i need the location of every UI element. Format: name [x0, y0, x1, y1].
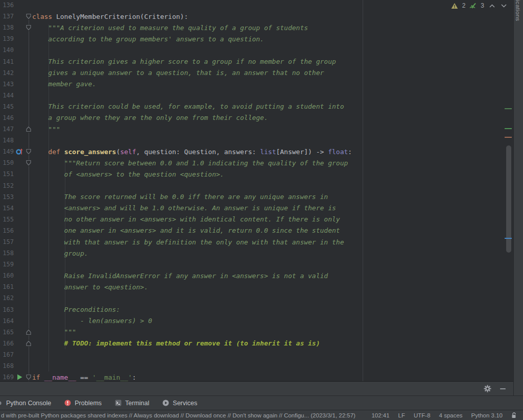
toolwindow-python-console[interactable]: Python Console — [0, 396, 58, 410]
code-text[interactable]: if __name__ == '__main__': — [32, 374, 136, 381]
code-line[interactable]: 146 a group where they are the only one … — [0, 112, 513, 123]
code-text[interactable]: answer to <question>. — [32, 283, 148, 291]
run-gutter-icon[interactable] — [14, 374, 25, 381]
code-text[interactable]: one answer in <answers> and it is valid,… — [32, 227, 340, 234]
code-text[interactable]: """ — [32, 328, 76, 336]
error-stripe-mark[interactable] — [505, 137, 512, 138]
code-line[interactable]: 166 # TODO: implement this method or rem… — [0, 338, 513, 349]
code-text[interactable]: Preconditions: — [32, 306, 120, 313]
code-line[interactable]: 158 group. — [0, 248, 513, 259]
toolwindow-terminal[interactable]: Terminal — [108, 396, 156, 410]
code-text[interactable]: This criterion gives a higher score to a… — [32, 58, 336, 65]
code-line[interactable]: 145 This criterion could be used, for ex… — [0, 101, 513, 112]
error-stripe-mark[interactable] — [505, 108, 512, 109]
inspections-widget[interactable]: 2 3 — [450, 2, 508, 10]
code-line[interactable]: 151 of <answers> to the question <questi… — [0, 168, 513, 180]
code-line[interactable]: 137class LonelyMemberCriterion(Criterion… — [0, 11, 513, 22]
error-stripe-mark[interactable] — [505, 238, 512, 239]
next-problem-button[interactable] — [500, 2, 508, 10]
code-line[interactable]: 161 answer to <question>. — [0, 281, 513, 292]
override-method-gutter-icon[interactable] — [14, 148, 25, 155]
interpreter-widget[interactable]: Python 3.10 — [471, 412, 503, 418]
code-editor[interactable]: 136137class LonelyMemberCriterion(Criter… — [0, 0, 523, 381]
line-number: 144 — [0, 92, 14, 99]
code-text[interactable]: The score returned will be 0.0 iff there… — [32, 193, 328, 201]
fold-start-marker[interactable] — [25, 24, 32, 31]
code-line[interactable]: 162 — [0, 292, 513, 304]
code-line[interactable]: 157 with that answer is by definition th… — [0, 236, 513, 248]
code-text[interactable]: group. — [32, 250, 88, 257]
fold-start-marker[interactable] — [25, 160, 32, 166]
fold-end-marker[interactable] — [25, 126, 32, 133]
fold-start-marker[interactable] — [25, 149, 32, 155]
error-stripe-mark[interactable] — [505, 128, 512, 129]
code-line[interactable]: 141 This criterion gives a higher score … — [0, 56, 513, 67]
code-line[interactable]: 153 The score returned will be 0.0 iff t… — [0, 191, 513, 203]
gutter-space — [14, 2, 25, 9]
fold-start-marker[interactable] — [25, 374, 32, 381]
code-text[interactable]: no other answer in <answers> with identi… — [32, 215, 340, 223]
code-line[interactable]: 155 no other answer in <answers> with id… — [0, 214, 513, 225]
code-text[interactable]: This criterion could be used, for exampl… — [32, 103, 344, 110]
code-text[interactable]: gives a unique answer to a question, tha… — [32, 69, 324, 77]
code-line[interactable]: 163 Preconditions: — [0, 304, 513, 315]
previous-problem-button[interactable] — [488, 2, 496, 10]
code-line[interactable]: 167 — [0, 349, 513, 360]
fold-end-marker[interactable] — [25, 329, 32, 335]
code-text[interactable]: Raise InvalidAnswerError if any answer i… — [32, 272, 328, 280]
toolwindow-services[interactable]: Services — [156, 396, 204, 410]
code-line[interactable]: 165 """ — [0, 327, 513, 338]
hide-panel-icon[interactable] — [500, 385, 506, 392]
fold-start-marker[interactable] — [25, 13, 32, 20]
gutter-space — [14, 193, 25, 201]
code-text[interactable]: """ — [32, 126, 60, 133]
code-text[interactable]: class LonelyMemberCriterion(Criterion): — [32, 13, 188, 20]
code-text[interactable]: - len(answers) > 0 — [32, 317, 152, 325]
code-line[interactable]: 169if __name__ == '__main__': — [0, 372, 513, 381]
code-line[interactable]: 148 — [0, 135, 513, 146]
code-line[interactable]: 159 — [0, 259, 513, 270]
code-line[interactable]: 136 — [0, 0, 513, 11]
code-line[interactable]: 154 <answers> and will be 1.0 otherwise.… — [0, 203, 513, 214]
code-line[interactable]: 160 Raise InvalidAnswerError if any answ… — [0, 270, 513, 281]
caret-position-widget[interactable]: 102:41 — [371, 412, 389, 418]
code-text[interactable]: def score_answers(self, question: Questi… — [32, 148, 352, 156]
code-text[interactable]: """Return score between 0.0 and 1.0 indi… — [32, 159, 348, 167]
readonly-lock-icon[interactable] — [511, 412, 517, 418]
fold-gutter — [25, 239, 32, 245]
services-icon — [162, 400, 169, 406]
code-text[interactable]: of <answers> to the question <question>. — [32, 170, 224, 178]
warning-count: 2 — [462, 2, 466, 9]
code-line[interactable]: 156 one answer in <answers> and it is va… — [0, 225, 513, 236]
code-line[interactable]: 150 """Return score between 0.0 and 1.0 … — [0, 157, 513, 168]
fold-gutter — [25, 216, 32, 223]
toolwindow-problems[interactable]: Problems — [58, 396, 108, 410]
status-message[interactable]: d with pre-built Python packages shared … — [0, 412, 355, 418]
code-line[interactable]: 144 — [0, 90, 513, 101]
settings-gear-icon[interactable] — [484, 385, 491, 392]
code-text[interactable]: according to the group members' answers … — [32, 35, 264, 43]
code-line[interactable]: 147 """ — [0, 123, 513, 135]
code-text[interactable]: <answers> and will be 1.0 otherwise. An … — [32, 204, 336, 212]
code-text[interactable]: """A criterion used to measure the quali… — [32, 24, 308, 32]
code-line[interactable]: 138 """A criterion used to measure the q… — [0, 22, 513, 33]
code-line[interactable]: 164 - len(answers) > 0 — [0, 315, 513, 327]
code-line[interactable]: 149 def score_answers(self, question: Qu… — [0, 146, 513, 157]
notifications-stripe-button[interactable]: ications — [515, 0, 521, 21]
code-text[interactable]: a group where they are the only one from… — [32, 114, 268, 121]
code-text[interactable]: with that answer is by definition the on… — [32, 238, 344, 246]
scrollbar-thumb[interactable] — [506, 145, 511, 253]
code-text[interactable]: member gave. — [32, 80, 96, 88]
code-line[interactable]: 152 — [0, 180, 513, 191]
encoding-widget[interactable]: UTF-8 — [414, 412, 431, 418]
code-line[interactable]: 168 — [0, 360, 513, 372]
code-line[interactable]: 140 — [0, 44, 513, 56]
indent-widget[interactable]: 4 spaces — [439, 412, 463, 418]
line-number: 148 — [0, 137, 14, 144]
code-line[interactable]: 139 according to the group members' answ… — [0, 33, 513, 44]
code-line[interactable]: 142 gives a unique answer to a question,… — [0, 67, 513, 79]
fold-end-marker[interactable] — [25, 340, 32, 347]
line-separator-widget[interactable]: LF — [398, 412, 405, 418]
code-line[interactable]: 143 member gave. — [0, 79, 513, 90]
code-text[interactable]: # TODO: implement this method or remove … — [32, 339, 320, 347]
